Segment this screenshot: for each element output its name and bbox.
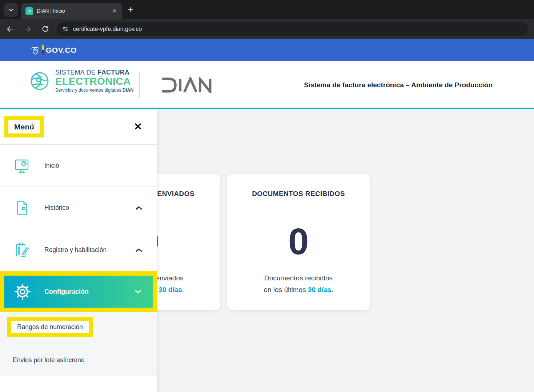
govco-banner: GOV.CO xyxy=(0,39,534,61)
sidebar-menu: Menú Inicio xyxy=(0,109,157,392)
tab-title: DIAN | Inicio xyxy=(37,8,107,14)
menu-header: Menú xyxy=(0,109,157,145)
new-tab-icon[interactable]: + xyxy=(128,4,133,15)
back-icon xyxy=(6,25,14,33)
sidebar-item-historico[interactable]: Histórico xyxy=(0,187,157,229)
sidebar-item-label: Configuración xyxy=(44,288,89,296)
chevron-up-icon xyxy=(135,248,142,253)
sidebar-item-label: Registro y habilitación xyxy=(44,246,107,254)
monitor-chart-icon xyxy=(13,157,31,175)
main-content: DOCUMENTOS ENVIADOS 0 Documentos enviado… xyxy=(0,109,534,392)
menu-title: Menú xyxy=(14,123,34,131)
chevron-up-icon xyxy=(135,205,142,211)
sidebar-item-inicio[interactable]: Inicio xyxy=(0,145,157,187)
reload-icon xyxy=(41,25,49,33)
caption-30-dias: 30 días xyxy=(308,286,331,293)
submenu-item-rangos-de-numeracion[interactable]: Rangos de numeración xyxy=(11,321,89,333)
sidebar-item-configuracion[interactable]: Configuración xyxy=(4,276,153,308)
logo-line2: ELECTRÓNICA xyxy=(55,76,133,87)
menu-close-button[interactable] xyxy=(134,123,142,130)
sidebar-item-registro-habilitacion[interactable]: Registro y habilitación xyxy=(0,229,157,271)
header-divider xyxy=(139,72,140,98)
tab-search-button[interactable] xyxy=(4,3,18,17)
address-bar[interactable]: certificate-vpfe.dian.gov.co xyxy=(57,22,528,36)
govco-logo-text: GOV.CO xyxy=(46,46,77,55)
caption-30-dias: 30 días xyxy=(158,286,182,293)
logo-line1-regular: SISTEMA DE xyxy=(55,69,97,76)
close-icon xyxy=(134,123,142,130)
card-title: DOCUMENTOS RECIBIDOS xyxy=(227,190,370,198)
card-documentos-recibidos: DOCUMENTOS RECIBIDOS 0 Documentos recibi… xyxy=(227,174,370,310)
submenu-item-envios-por-lote[interactable]: Envios por lote asíncrono xyxy=(13,356,84,364)
tune-icon xyxy=(62,25,69,32)
chevron-down-icon xyxy=(8,7,14,13)
chevron-down-icon xyxy=(134,289,142,294)
reload-button[interactable] xyxy=(38,22,52,36)
browser-tab[interactable]: DIAN | Inicio × xyxy=(21,3,122,19)
logo-line3-bold: DIAN xyxy=(123,88,134,93)
dian-logo xyxy=(153,77,222,93)
logo-line3-regular: Servicios y documentos digitales xyxy=(55,88,123,93)
browser-toolbar: certificate-vpfe.dian.gov.co xyxy=(0,19,534,39)
annotation-highlight-menu: Menú xyxy=(4,116,44,137)
forward-button[interactable] xyxy=(20,22,35,36)
forward-icon xyxy=(24,25,32,33)
sidebar-footer-area xyxy=(0,376,157,392)
document-icon xyxy=(13,200,31,216)
configuracion-submenu: Rangos de numeración Envios por lote así… xyxy=(0,312,157,376)
card-caption: Documentos recibidos xyxy=(227,274,370,282)
annotation-highlight-rangos: Rangos de numeración xyxy=(7,317,93,337)
colombia-flag-stripe xyxy=(42,45,44,55)
annotation-highlight-configuracion: Configuración xyxy=(0,271,157,312)
sidebar-item-label: Histórico xyxy=(44,204,69,212)
dian-favicon-icon xyxy=(25,7,33,15)
card-value: 0 xyxy=(227,217,370,267)
factura-electronica-logo: SISTEMA DE FACTURA ELECTRÓNICA Servicios… xyxy=(29,69,133,93)
url-text[interactable]: certificate-vpfe.dian.gov.co xyxy=(73,26,142,32)
globe-icon xyxy=(29,71,50,92)
app-header: SISTEMA DE FACTURA ELECTRÓNICA Servicios… xyxy=(0,61,534,109)
coat-of-arms-icon xyxy=(31,45,40,55)
back-button[interactable] xyxy=(3,22,17,36)
browser-tab-strip: DIAN | Inicio × + xyxy=(0,0,534,19)
tab-close-icon[interactable]: × xyxy=(111,8,118,14)
environment-title: Sistema de factura electrónica – Ambient… xyxy=(304,81,493,89)
gear-icon xyxy=(14,283,31,300)
sidebar-item-label: Inicio xyxy=(44,162,59,169)
logo-line1-bold: FACTURA xyxy=(97,69,129,76)
clipboard-pen-icon xyxy=(13,241,31,259)
